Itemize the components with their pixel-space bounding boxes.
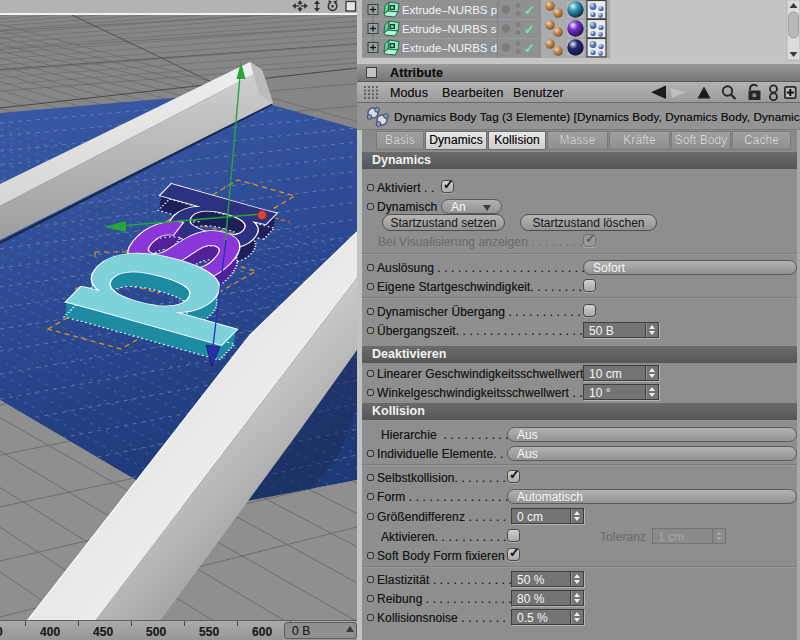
svg-text:Extrude–NURBS p: Extrude–NURBS p xyxy=(402,4,497,16)
svg-text:✓: ✓ xyxy=(524,3,535,18)
svg-text:Extrude–NURBS d: Extrude–NURBS d xyxy=(402,42,497,54)
svg-text:✓: ✓ xyxy=(524,41,535,56)
svg-text:Extrude–NURBS s: Extrude–NURBS s xyxy=(402,23,497,35)
svg-text:✓: ✓ xyxy=(524,22,535,37)
